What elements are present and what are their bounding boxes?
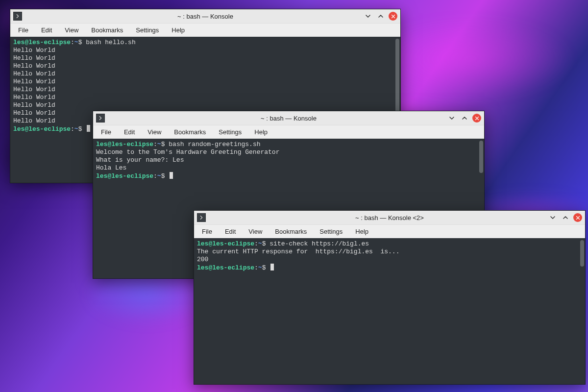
menu-item-file[interactable]: File [196, 226, 218, 237]
menu-item-settings[interactable]: Settings [130, 24, 165, 36]
titlebar[interactable]: ~ : bash — Konsole [10, 9, 400, 23]
prompt-user: les [197, 264, 208, 271]
output-text: Hello World [13, 70, 55, 77]
output-text: Hello World [13, 47, 55, 54]
titlebar[interactable]: ~ : bash — Konsole [93, 111, 484, 125]
prompt-path: ~ [157, 141, 161, 148]
prompt-host: les-eclipse [212, 264, 254, 271]
close-button[interactable] [573, 213, 582, 222]
prompt-path: ~ [258, 264, 262, 271]
output-text: Hello World [13, 117, 55, 124]
minimize-button[interactable] [363, 11, 373, 21]
output-line: The current HTTP response for https://bi… [197, 248, 582, 256]
cursor [270, 264, 274, 270]
prompt-line: les@les-eclipse:~$ site-check https://bi… [197, 240, 582, 248]
terminal-window[interactable]: ~ : bash — Konsole <2>FileEditViewBookma… [194, 210, 586, 385]
menubar: FileEditViewBookmarksSettingsHelp [93, 125, 484, 139]
prompt-user: les [13, 39, 24, 46]
menubar: FileEditViewBookmarksSettingsHelp [194, 224, 585, 238]
menu-item-settings[interactable]: Settings [213, 126, 247, 138]
output-line: Hello World [13, 47, 397, 54]
prompt-host: les-eclipse [28, 39, 71, 46]
menu-item-file[interactable]: File [95, 126, 117, 138]
terminal-icon [197, 213, 206, 222]
menu-item-edit[interactable]: Edit [219, 226, 242, 237]
command-text: bash hello.sh [86, 39, 135, 46]
close-button[interactable] [472, 114, 481, 122]
output-line: Hello World [13, 101, 397, 109]
cursor [87, 125, 90, 132]
titlebar[interactable]: ~ : bash — Konsole <2> [194, 211, 585, 224]
minimize-button[interactable] [548, 213, 558, 222]
window-controls [447, 113, 481, 123]
maximize-button[interactable] [460, 113, 469, 123]
menu-item-edit[interactable]: Edit [118, 126, 141, 138]
prompt-path: ~ [157, 172, 161, 180]
output-text: Hello World [13, 78, 55, 85]
scrollbar-thumb[interactable] [479, 141, 483, 173]
menubar: FileEditViewBookmarksSettingsHelp [10, 23, 400, 37]
menu-item-bookmarks[interactable]: Bookmarks [269, 226, 313, 237]
prompt-host: les-eclipse [111, 172, 153, 180]
scrollbar-thumb[interactable] [395, 39, 399, 119]
output-text: Hello World [13, 54, 55, 62]
prompt-path: ~ [258, 240, 262, 247]
output-line: Hola Les [96, 164, 481, 172]
menu-item-help[interactable]: Help [166, 24, 191, 36]
prompt-user: les [96, 172, 107, 180]
prompt-line: les@les-eclipse:~$ [197, 264, 582, 272]
output-text: 200 [197, 256, 208, 263]
window-controls [363, 11, 397, 21]
output-line: Welcome to the Tom's Hardware Greeting G… [96, 148, 481, 156]
prompt-user: les [197, 240, 208, 247]
prompt-host: les-eclipse [111, 141, 153, 148]
close-button[interactable] [389, 12, 397, 21]
menu-item-settings[interactable]: Settings [314, 226, 348, 237]
output-line: Hello World [13, 62, 397, 70]
output-line: Hello World [13, 94, 397, 101]
prompt-user: les [13, 125, 24, 133]
menu-item-edit[interactable]: Edit [35, 24, 58, 36]
output-line: Hello World [13, 78, 397, 86]
maximize-button[interactable] [561, 213, 570, 222]
scrollbar[interactable] [580, 239, 584, 383]
window-title: ~ : bash — Konsole [10, 13, 400, 20]
menu-item-file[interactable]: File [12, 24, 34, 36]
cursor [170, 172, 173, 179]
terminal-icon [13, 12, 22, 21]
menu-item-view[interactable]: View [59, 24, 84, 36]
output-line: Hello World [13, 86, 397, 94]
output-text: What is your name?: Les [96, 156, 184, 164]
command-text: bash random-greetings.sh [169, 141, 260, 148]
output-line: Hello World [13, 70, 397, 78]
output-text: Hello World [13, 109, 55, 117]
scrollbar-thumb[interactable] [580, 240, 584, 267]
window-controls [548, 213, 582, 222]
menu-item-view[interactable]: View [142, 126, 167, 138]
output-line: What is your name?: Les [96, 156, 481, 164]
output-text: Welcome to the Tom's Hardware Greeting G… [96, 148, 279, 156]
prompt-line: les@les-eclipse:~$ bash hello.sh [13, 39, 397, 47]
output-text: Hola Les [96, 164, 126, 172]
prompt-line: les@les-eclipse:~$ bash random-greetings… [96, 141, 481, 148]
menu-item-help[interactable]: Help [248, 126, 273, 138]
minimize-button[interactable] [447, 113, 457, 123]
terminal-body[interactable]: les@les-eclipse:~$ site-check https://bi… [194, 238, 585, 384]
menu-item-view[interactable]: View [243, 226, 268, 237]
menu-item-help[interactable]: Help [349, 226, 374, 237]
prompt-user: les [96, 141, 107, 148]
output-text: Hello World [13, 62, 55, 70]
menu-item-bookmarks[interactable]: Bookmarks [168, 126, 212, 138]
prompt-path: ~ [74, 39, 78, 46]
prompt-line: les@les-eclipse:~$ [96, 172, 481, 180]
output-text: Hello World [13, 86, 55, 93]
output-line: Hello World [13, 54, 397, 62]
command-text: site-check https://bigl.es [270, 240, 369, 247]
prompt-host: les-eclipse [212, 240, 254, 247]
menu-item-bookmarks[interactable]: Bookmarks [85, 24, 129, 36]
maximize-button[interactable] [376, 11, 386, 21]
output-text: The current HTTP response for https://bi… [197, 248, 399, 255]
window-title: ~ : bash — Konsole <2> [194, 214, 585, 221]
output-text: Hello World [13, 101, 55, 109]
output-text: Hello World [13, 94, 55, 101]
